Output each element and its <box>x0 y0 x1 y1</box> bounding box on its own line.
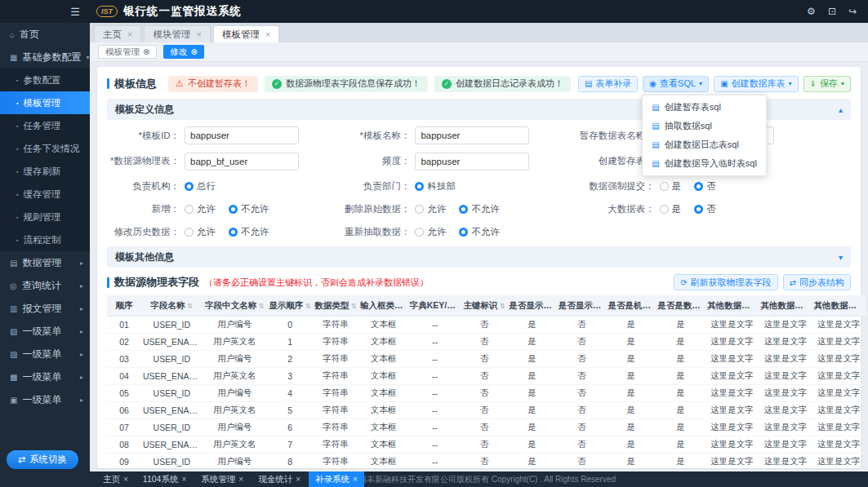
table-row[interactable]: 02USER_ENAME用户英文名1字符串文本框--否是否是是这里是文字这里是文… <box>107 333 866 350</box>
close-tab-icon[interactable]: × <box>123 475 128 484</box>
settings-icon[interactable]: ⚙ <box>807 6 816 17</box>
sidebar-item-level1-menu-4[interactable]: ▣一级菜单▸ <box>0 388 90 411</box>
logout-icon[interactable]: ↪ <box>848 6 857 17</box>
refresh-fields-button[interactable]: ⟳刷新获取物理表字段 <box>674 274 777 290</box>
radio-org-head-office[interactable]: 总行 <box>185 180 216 193</box>
template-id-input[interactable] <box>185 126 299 144</box>
fullscreen-icon[interactable]: ⊡ <box>828 6 836 17</box>
sidebar-item-template-management[interactable]: ▪模板管理 <box>0 91 90 114</box>
btab-cash-statistics[interactable]: 现金统计× <box>251 472 307 487</box>
column-header[interactable]: 输入框类型 ⇅ <box>358 295 408 316</box>
radio-big-table-yes[interactable]: 是 <box>660 203 682 215</box>
radio-modify-deny[interactable]: 不允许 <box>229 226 269 238</box>
sort-icon[interactable]: ⇅ <box>497 302 505 310</box>
sort-icon[interactable]: ⇅ <box>349 302 356 310</box>
tab-home[interactable]: 主页× <box>94 25 141 42</box>
close-circle-icon[interactable]: ⊗ <box>190 47 197 56</box>
close-tab-icon[interactable]: × <box>181 475 186 484</box>
sort-icon[interactable]: ⇅ <box>256 302 264 310</box>
table-row[interactable]: 08USER_ENAME用户英文名7字符串文本框--否是否是是这里是文字这里是文… <box>107 436 866 453</box>
sidebar-item-query-statistics[interactable]: ◎查询统计▸ <box>0 274 90 297</box>
sort-icon[interactable]: ⇅ <box>185 302 193 310</box>
view-sql-button[interactable]: ◉查看SQL▾▤创建暂存表sql▤抽取数据sql▤创建数据日志表sql▤创建数据… <box>643 76 709 92</box>
radio-dept-tech[interactable]: 科技部 <box>415 180 456 193</box>
sidebar-item-report-management[interactable]: ▥报文管理▸ <box>0 297 90 320</box>
sidebar-item-level1-menu-2[interactable]: ▨一级菜单▸ <box>0 343 90 365</box>
sql-menu-item[interactable]: ▤创建数据导入临时表sql <box>643 154 766 173</box>
menu-toggle-icon[interactable]: ☰ <box>70 6 80 18</box>
radio-extract-allow[interactable]: 允许 <box>415 226 446 238</box>
table-row[interactable]: 03USER_ID用户编号2字符串文本框--否是否是是这里是文字这里是文字这里是… <box>107 350 866 367</box>
system-switch-button[interactable]: ⇄ 系统切换 <box>7 450 78 469</box>
sidebar-item-cache-management[interactable]: ▪缓存管理 <box>0 183 90 206</box>
column-header[interactable]: 字段名称 ⇅ <box>141 295 203 316</box>
tab-template-management[interactable]: 模板管理× <box>213 25 279 42</box>
radio-force-submit-yes[interactable]: 是 <box>660 180 682 193</box>
radio-big-table-no[interactable]: 否 <box>694 203 716 215</box>
btab-system-management[interactable]: 系统管理× <box>194 472 250 487</box>
collapse-up-icon[interactable]: ▴ <box>839 105 843 114</box>
close-tab-icon[interactable]: × <box>296 475 300 484</box>
table-row[interactable]: 01USER_ID用户编号0字符串文本框--否是否是是这里是文字这里是文字这里是… <box>107 316 866 333</box>
sort-icon[interactable]: ⇅ <box>403 302 408 310</box>
sidebar-item-home[interactable]: ⌂首页 <box>0 23 90 46</box>
sql-menu-item[interactable]: ▤抽取数据sql <box>643 117 766 135</box>
radio-add-allow[interactable]: 允许 <box>185 203 216 215</box>
radio-force-submit-no[interactable]: 否 <box>694 180 716 193</box>
column-header[interactable]: 字段中文名称 ⇅ <box>203 295 267 316</box>
sidebar-item-cache-refresh[interactable]: ▪缓存刷新 <box>0 160 90 183</box>
sidebar-item-basic-param-config[interactable]: ▦基础参数配置▾ <box>0 46 90 69</box>
radio-extract-deny[interactable]: 不允许 <box>459 226 500 238</box>
close-tab-icon[interactable]: × <box>238 475 243 484</box>
tab-module-management[interactable]: 模块管理× <box>144 25 210 42</box>
sidebar-item-level1-menu-3[interactable]: ▩一级菜单▸ <box>0 365 90 388</box>
column-header[interactable]: 其他数据名称 ⇅ <box>812 295 866 316</box>
column-header[interactable]: 是否是数据.. ⇅ <box>656 295 706 316</box>
btab-1104-system[interactable]: 1104系统× <box>136 472 193 487</box>
radio-delete-allow[interactable]: 允许 <box>415 203 446 215</box>
route-tag-template-management[interactable]: 模板管理⊗ <box>98 45 157 59</box>
radio-delete-deny[interactable]: 不允许 <box>459 203 500 215</box>
sidebar-item-task-management[interactable]: ▪任务管理 <box>0 114 90 137</box>
table-row[interactable]: 05USER_ID用户编号4字符串文本框--否是否是是这里是文字这里是文字这里是… <box>107 384 866 401</box>
column-header[interactable]: 是否显示在.. ⇅ <box>557 295 607 316</box>
close-tab-icon[interactable]: × <box>265 29 270 39</box>
sql-menu-item[interactable]: ▤创建暂存表sql <box>643 98 766 117</box>
route-tag-edit[interactable]: 修改⊗ <box>163 45 203 59</box>
close-tab-icon[interactable]: × <box>353 475 358 484</box>
sidebar-item-process-customization[interactable]: ▪流程定制 <box>0 228 90 251</box>
form-backfill-button[interactable]: ▤表单补录 <box>578 76 638 92</box>
template-name-input[interactable] <box>415 126 529 144</box>
collapse-down-icon[interactable]: ▾ <box>839 253 843 262</box>
column-header[interactable]: 显示顺序 ⇅ <box>267 295 313 316</box>
column-header[interactable]: 是否是机构.. ⇅ <box>607 295 657 316</box>
close-tab-icon[interactable]: × <box>196 29 201 39</box>
physical-table-input[interactable] <box>185 153 299 170</box>
column-header[interactable]: 其他数据名称 ⇅ <box>706 295 759 316</box>
section-template-other[interactable]: 模板其他信息 ▾ <box>107 246 851 268</box>
sql-menu-item[interactable]: ▤创建数据日志表sql <box>643 135 766 154</box>
radio-add-deny[interactable]: 不允许 <box>229 203 269 215</box>
create-db-table-button[interactable]: ▣创建数据库表▾ <box>714 76 798 92</box>
sort-icon[interactable]: ⇅ <box>461 302 462 310</box>
frequency-input[interactable] <box>415 153 529 170</box>
table-row[interactable]: 06USER_ENAME用户英文名5字符串文本框--否是否是是这里是文字这里是文… <box>107 401 866 418</box>
table-row[interactable]: 04USER_ENAME用户英文名3字符串文本框--否是否是是这里是文字这里是文… <box>107 367 866 384</box>
column-header[interactable]: 其他数据名称 ⇅ <box>759 295 812 316</box>
column-header[interactable]: 数据类型 ⇅ <box>313 295 358 316</box>
radio-modify-allow[interactable]: 允许 <box>185 226 216 238</box>
sidebar-item-param-config[interactable]: ▪参数配置 <box>0 69 90 91</box>
sync-structure-button[interactable]: ⇄同步表结构 <box>783 274 851 290</box>
sort-icon[interactable]: ⇅ <box>303 302 310 310</box>
btab-home[interactable]: 主页× <box>96 472 135 487</box>
column-header[interactable]: 是否显示在.. ⇅ <box>507 295 557 316</box>
save-button[interactable]: ⇓保存▾ <box>803 76 851 92</box>
sidebar-item-rule-management[interactable]: ▪规则管理 <box>0 206 90 228</box>
column-header[interactable]: 字典KEY/日.. ⇅ <box>408 295 461 316</box>
btab-backfill-system[interactable]: 补录系统× <box>309 472 364 487</box>
table-row[interactable]: 09USER_ID用户编号8字符串文本框--否是否是是这里是文字这里是文字这里是… <box>107 453 866 470</box>
table-row[interactable]: 07USER_ID用户编号6字符串文本框--否是否是是这里是文字这里是文字这里是… <box>107 418 866 436</box>
sidebar-item-task-dispatch-status[interactable]: ▪任务下发情况 <box>0 137 90 160</box>
column-header[interactable]: 顺序 <box>107 295 141 316</box>
column-header[interactable]: 主键标识 ⇅ <box>461 295 507 316</box>
